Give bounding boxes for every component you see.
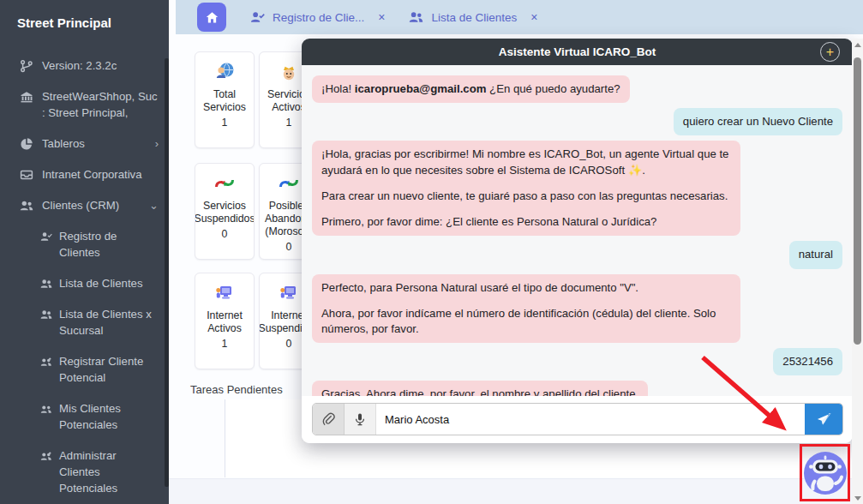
- users-icon: [39, 401, 52, 416]
- paperclip-icon: [321, 412, 335, 426]
- message-bubble: quiero crear un Nuevo Cliente: [674, 108, 842, 135]
- user-email: icaroprueba@gmail.com: [355, 82, 487, 95]
- chat-message-bot: Perfecto, para Persona Natural usaré el …: [312, 274, 842, 344]
- stat-card-total-servicios[interactable]: Total Servicios 1: [195, 51, 255, 148]
- voice-input-button[interactable]: [345, 404, 376, 435]
- message-text: ¡Hola!: [321, 82, 355, 95]
- message-text: Ahora, por favor indícame el número de i…: [321, 306, 731, 337]
- tab-label: Lista de Clientes: [431, 11, 517, 24]
- stat-card-value: 0: [286, 338, 292, 350]
- users-icon: [409, 11, 423, 23]
- sidebar-item-label: Version: 2.3.2c: [42, 57, 159, 74]
- stat-card-value: 1: [222, 338, 228, 350]
- message-bubble: Perfecto, para Persona Natural usaré el …: [312, 274, 740, 344]
- stat-card-value: 0: [286, 241, 292, 253]
- sidebar-item-label: Registro de Clientes: [59, 228, 159, 261]
- message-bubble: natural: [789, 241, 842, 268]
- sidebar-item-registro-de-clientes[interactable]: Registro de Clientes: [0, 228, 169, 261]
- chat-input-bar: [302, 396, 853, 443]
- tab-registro-de-clientes[interactable]: Registro de Clie... ×: [250, 10, 385, 24]
- scroll-up-icon[interactable]: [854, 43, 861, 47]
- expand-chat-button[interactable]: +: [820, 42, 840, 62]
- sidebar-item-administrar-clientes-potenciales[interactable]: Administrar Clientes Potenciales: [0, 447, 169, 496]
- send-plane-icon: [816, 411, 832, 428]
- tab-bar: Registro de Clie... × Lista de Clientes …: [176, 0, 863, 34]
- sidebar-item-label: Administrar Clientes Potenciales: [59, 447, 159, 496]
- sidebar-item-registrar-cliente-potencial[interactable]: Registrar Cliente Potencial: [0, 353, 169, 386]
- sidebar-scrollbar[interactable]: [165, 58, 169, 487]
- sidebar-item-lista-de-clientes[interactable]: Lista de Clientes: [0, 275, 169, 291]
- user-group-plus-icon: [39, 448, 52, 463]
- scrollbar-thumb[interactable]: [854, 57, 861, 345]
- suspend-arrows-icon: [213, 172, 236, 195]
- sidebar-item-lista-clientes-sucursal[interactable]: Lista de Clientes x Sucursal: [0, 306, 169, 339]
- branch-title: Street Principal: [0, 0, 169, 30]
- message-bubble: 25321456: [773, 348, 842, 375]
- home-icon: [205, 10, 219, 25]
- sidebar-item-label: Registrar Cliente Potencial: [59, 353, 159, 386]
- internet-device-icon: [214, 282, 235, 304]
- robot-avatar-icon: [803, 451, 848, 495]
- sidebar-item-intranet[interactable]: Intranet Corporativa: [0, 166, 169, 183]
- inbox-icon: [19, 167, 33, 182]
- chatbot-launcher[interactable]: [800, 444, 850, 501]
- send-message-button[interactable]: [805, 404, 842, 435]
- chat-title: Asistente Virtual ICARO_Bot: [499, 45, 656, 58]
- sidebar-item-label: Clientes (CRM): [42, 197, 144, 213]
- chat-message-user: quiero crear un Nuevo Cliente: [312, 108, 842, 135]
- message-text: ¿En qué puedo ayudarte?: [486, 82, 620, 95]
- sidebar-item-label: Lista de Clientes x Sucursal: [59, 306, 159, 339]
- user-group-plus-icon: [39, 354, 52, 369]
- tab-home[interactable]: [197, 3, 226, 32]
- chat-input-group: [312, 403, 843, 435]
- message-bubble: ¡Hola, gracias por escribirme! Mi nombre…: [312, 141, 740, 236]
- chat-message-user: 25321456: [312, 348, 842, 375]
- footer-strip: [169, 478, 863, 504]
- chat-message-user: natural: [312, 241, 842, 268]
- sidebar-item-label: Mis Clientes Potenciales: [59, 400, 159, 433]
- user-check-icon: [39, 229, 52, 243]
- stat-card-servicios-suspendidos[interactable]: Servicios Suspendidos 0: [195, 163, 255, 260]
- sidebar-item-tableros[interactable]: Tableros ›: [0, 135, 169, 152]
- stat-card-label: Total Servicios: [198, 88, 251, 114]
- scroll-down-icon[interactable]: [854, 496, 861, 501]
- internet-device-icon: [279, 282, 299, 304]
- attach-file-button[interactable]: [313, 404, 345, 435]
- sidebar-item-clientes-crm[interactable]: Clientes (CRM) ⌄: [0, 197, 169, 213]
- abandon-arrows-icon: [278, 172, 300, 195]
- sidebar-item-label: Lista de Clientes: [59, 275, 159, 291]
- users-icon: [39, 307, 52, 321]
- tab-label: Registro de Clie...: [273, 11, 364, 24]
- microphone-icon: [353, 412, 367, 426]
- stat-card-label: Servicios Suspendidos: [195, 200, 255, 225]
- stat-card-internet-activos[interactable]: Internet Activos 1: [195, 273, 255, 369]
- tasks-pending-title: Tareas Pendientes: [190, 383, 283, 396]
- chat-header: Asistente Virtual ICARO_Bot +: [302, 39, 853, 65]
- stat-card-value: 1: [222, 117, 228, 129]
- tab-lista-de-clientes[interactable]: Lista de Clientes ×: [409, 10, 537, 24]
- sidebar-item-mis-clientes-potenciales[interactable]: Mis Clientes Potenciales: [0, 400, 169, 433]
- chat-messages[interactable]: ¡Hola! icaroprueba@gmail.com ¿En qué pue…: [302, 65, 853, 396]
- sidebar-item-version[interactable]: Version: 2.3.2c: [0, 57, 169, 74]
- git-branch-icon: [19, 58, 33, 73]
- chevron-right-icon: ›: [150, 135, 159, 152]
- page-scrollbar[interactable]: [852, 39, 863, 504]
- chat-message-bot: ¡Hola! icaroprueba@gmail.com ¿En qué pue…: [312, 75, 842, 103]
- sidebar-item-label: Tableros: [42, 135, 150, 152]
- chat-message-bot: ¡Hola, gracias por escribirme! Mi nombre…: [312, 141, 842, 236]
- sidebar-item-label: Intranet Corporativa: [42, 166, 159, 183]
- message-bubble: ¡Hola! icaroprueba@gmail.com ¿En qué pue…: [312, 75, 630, 103]
- stat-card-label: Internet Activos: [198, 309, 251, 335]
- pie-chart-icon: [19, 136, 33, 151]
- tab-close-icon[interactable]: ×: [378, 10, 385, 24]
- user-check-icon: [250, 11, 265, 23]
- stat-card-value: 0: [222, 228, 228, 240]
- sidebar: Street Principal Version: 2.3.2c StreetW…: [0, 0, 169, 504]
- message-text: Para crear un nuevo cliente, te guiaré p…: [321, 189, 731, 204]
- users-icon: [39, 276, 52, 291]
- stat-card-value: 1: [286, 117, 292, 129]
- sidebar-item-branch[interactable]: StreetWearShhop, Suc : Street Principal,: [0, 88, 169, 121]
- tab-close-icon[interactable]: ×: [530, 10, 537, 24]
- chat-message-input[interactable]: [376, 404, 805, 435]
- chat-message-bot: Gracias. Ahora dime, por favor, el nombr…: [312, 381, 842, 396]
